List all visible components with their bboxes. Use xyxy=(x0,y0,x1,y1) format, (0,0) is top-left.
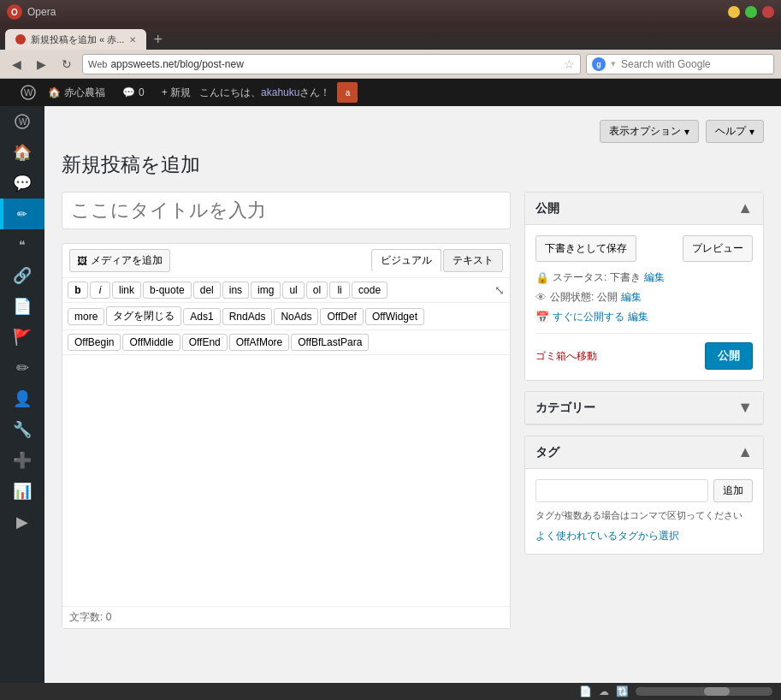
code-button[interactable]: code xyxy=(352,282,388,299)
ins-button[interactable]: ins xyxy=(222,282,249,299)
sidebar-item-chart[interactable]: 📊 xyxy=(0,476,44,507)
ul-button[interactable]: ul xyxy=(282,282,304,299)
close-button[interactable] xyxy=(762,6,774,18)
tag-hint: タグが複数ある場合はコンマで区切ってください xyxy=(535,509,753,522)
toolbar-expand-button[interactable]: ⤡ xyxy=(494,283,505,297)
del-button[interactable]: del xyxy=(193,282,221,299)
editor-tab-buttons: ビジュアル テキスト xyxy=(371,249,503,272)
sidebar-item-home[interactable]: 🏠 xyxy=(0,137,44,168)
address-input[interactable] xyxy=(110,58,560,70)
bookmark-star-icon[interactable]: ☆ xyxy=(564,57,575,71)
publish-box-header[interactable]: 公開 ▲ xyxy=(525,193,763,225)
publish-box-toggle-icon[interactable]: ▲ xyxy=(737,199,753,217)
offafmore-button[interactable]: OffAfMore xyxy=(229,334,289,351)
bquote-button[interactable]: b-quote xyxy=(143,282,192,299)
admin-comments-item[interactable]: 💬 0 xyxy=(114,79,153,106)
forward-button[interactable]: ▶ xyxy=(32,56,51,73)
browser-tab[interactable]: 新規投稿を追加 « 赤... ✕ xyxy=(5,29,146,50)
sidebar-item-pages[interactable]: 📄 xyxy=(0,291,44,322)
link-button[interactable]: link xyxy=(112,282,141,299)
sidebar-item-add[interactable]: ➕ xyxy=(0,445,44,476)
display-options-button[interactable]: 表示オプション ▾ xyxy=(600,120,699,143)
publish-button[interactable]: 公開 xyxy=(705,342,753,370)
tags-box: タグ ▲ 追加 タグが複数ある場合はコンマで区切ってください よく使われているタ… xyxy=(524,436,764,555)
sidebar-item-comments[interactable]: 💬 xyxy=(0,168,44,199)
publish-box-body: 下書きとして保存 プレビュー 🔒 ステータス: 下書き 編集 👁 xyxy=(525,225,763,380)
category-box-header[interactable]: カテゴリー ▼ xyxy=(525,392,763,424)
offwidget-button[interactable]: OffWidget xyxy=(365,308,424,325)
tags-box-body: 追加 タグが複数ある場合はコンマで区切ってください よく使われているタグから選択 xyxy=(525,469,763,554)
offbflastpara-button[interactable]: OffBfLastPara xyxy=(291,334,369,351)
category-box-title: カテゴリー xyxy=(535,400,595,416)
offend-button[interactable]: OffEnd xyxy=(182,334,228,351)
italic-button[interactable]: i xyxy=(90,282,110,299)
ol-button[interactable]: ol xyxy=(306,282,328,299)
user-avatar[interactable]: a xyxy=(337,82,358,103)
sidebar-item-q[interactable]: ❝ xyxy=(0,229,44,260)
comments-count: 0 xyxy=(139,86,145,98)
visual-tab-button[interactable]: ビジュアル xyxy=(371,249,441,272)
schedule-edit-link[interactable]: 編集 xyxy=(628,310,648,324)
help-button[interactable]: ヘルプ ▾ xyxy=(706,120,764,143)
search-dropdown-icon[interactable]: ▾ xyxy=(611,58,616,69)
li-button[interactable]: li xyxy=(329,282,350,299)
scrollbar-thumb[interactable] xyxy=(704,687,730,696)
schedule-info: 📅 すぐに公開する 編集 xyxy=(535,310,753,324)
sidebar-item-edit[interactable]: ✏ xyxy=(0,353,44,383)
sidebar-item-link[interactable]: 🔗 xyxy=(0,260,44,291)
sidebar-item-user[interactable]: 👤 xyxy=(0,383,44,414)
post-content-editor[interactable] xyxy=(62,355,510,603)
rndads-button[interactable]: RndAds xyxy=(222,308,273,325)
img-button[interactable]: img xyxy=(251,282,281,299)
sidebar-item-wp[interactable]: W xyxy=(0,106,44,137)
scrollbar-track[interactable] xyxy=(636,687,772,696)
category-box: カテゴリー ▼ xyxy=(524,391,764,425)
tag-popular-link[interactable]: よく使われているタグから選択 xyxy=(535,530,679,542)
tag-add-button[interactable]: 追加 xyxy=(713,479,753,502)
sidebar-item-tools[interactable]: 🔧 xyxy=(0,414,44,445)
status-edit-link[interactable]: 編集 xyxy=(644,270,665,285)
offdef-button[interactable]: OffDef xyxy=(320,308,363,325)
tag-input-row: 追加 xyxy=(535,479,753,502)
shield-icon: 🔃 xyxy=(616,685,629,697)
ads1-button[interactable]: Ads1 xyxy=(183,308,220,325)
page-icon: 📄 xyxy=(579,685,592,697)
maximize-button[interactable] xyxy=(745,6,757,18)
text-tab-button[interactable]: テキスト xyxy=(443,249,503,272)
tags-box-header[interactable]: タグ ▲ xyxy=(525,436,763,469)
trash-link[interactable]: ゴミ箱へ移動 xyxy=(535,349,597,364)
search-input[interactable] xyxy=(621,58,768,70)
sidebar-item-flag[interactable]: 🚩 xyxy=(0,322,44,353)
sidebar-item-pencil[interactable]: ✏ xyxy=(0,199,44,229)
tags-box-toggle-icon[interactable]: ▲ xyxy=(737,443,753,461)
new-tab-button[interactable]: + xyxy=(148,29,168,50)
admin-site-item[interactable]: 🏠 赤心農福 xyxy=(39,79,114,106)
offbegin-button[interactable]: OffBegin xyxy=(68,334,121,351)
username-link[interactable]: akahuku xyxy=(261,86,299,98)
close-tags-button[interactable]: タグを閉じる xyxy=(106,306,181,326)
noads-button[interactable]: NoAds xyxy=(274,308,318,325)
publish-box: 公開 ▲ 下書きとして保存 プレビュー 🔒 ステータス: 下書き xyxy=(524,192,764,381)
preview-button[interactable]: プレビュー xyxy=(683,235,753,262)
save-draft-button[interactable]: 下書きとして保存 xyxy=(535,235,636,262)
tag-input[interactable] xyxy=(535,479,708,502)
bold-button[interactable]: b xyxy=(68,282,88,299)
visibility-edit-link[interactable]: 編集 xyxy=(621,290,642,305)
minimize-button[interactable] xyxy=(728,6,740,18)
post-title-input[interactable] xyxy=(62,192,511,229)
tab-close-button[interactable]: ✕ xyxy=(129,35,136,44)
category-box-toggle-icon[interactable]: ▼ xyxy=(737,399,753,417)
admin-new-item[interactable]: + 新規 xyxy=(153,79,199,106)
schedule-label[interactable]: すぐに公開する xyxy=(553,310,624,324)
calendar-icon: 📅 xyxy=(535,311,549,323)
media-icon: 🖼 xyxy=(77,255,87,267)
sidebar-item-play[interactable]: ▶ xyxy=(0,507,44,537)
reload-button[interactable]: ↻ xyxy=(56,56,77,73)
svg-text:W: W xyxy=(19,117,27,127)
publish-box-title: 公開 xyxy=(535,201,559,217)
offmiddle-button[interactable]: OffMiddle xyxy=(122,334,180,351)
back-button[interactable]: ◀ xyxy=(7,56,27,73)
add-media-button[interactable]: 🖼 メディアを追加 xyxy=(69,249,170,272)
more-button[interactable]: more xyxy=(68,308,104,325)
wp-logo-icon[interactable]: W xyxy=(17,81,39,104)
